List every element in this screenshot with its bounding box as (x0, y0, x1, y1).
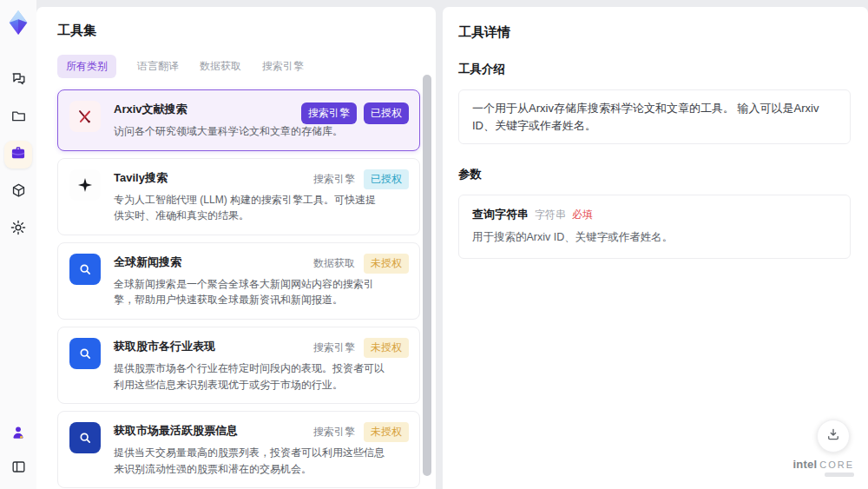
tab-language-translation[interactable]: 语言翻译 (137, 59, 179, 74)
sidebar-item-settings[interactable] (4, 215, 32, 243)
auth-status-badge: 未授权 (364, 422, 409, 442)
app-window: 工具集 所有类别 语言翻译 数据获取 搜索引擎 (0, 0, 868, 489)
magnifier-icon (69, 254, 101, 285)
category-badge: 数据获取 (313, 256, 355, 271)
arxiv-logo-icon (69, 101, 101, 132)
tool-desc: 提供股票市场各个行业在特定时间段内的表现。投资者可以利用这些信息来识别表现优于或… (114, 360, 385, 393)
category-badge: 搜索引擎 (313, 172, 355, 187)
cube-icon (10, 182, 27, 202)
detail-title: 工具详情 (458, 24, 851, 41)
icon-sidebar (0, 0, 36, 489)
tool-list-panel: 工具集 所有类别 语言翻译 数据获取 搜索引擎 (36, 7, 436, 489)
chat-icon (10, 70, 27, 90)
tool-desc: 全球新闻搜索是一个聚合全球各大新闻网站内容的搜索引擎，帮助用户快速获取全球最新资… (114, 276, 385, 308)
tab-data-acquisition[interactable]: 数据获取 (200, 59, 241, 74)
category-badge: 搜索引擎 (313, 340, 355, 355)
sidebar-nav (4, 66, 32, 243)
tool-desc: 访问各个研究领域大量科学论文和文章的存储库。 (114, 123, 385, 140)
param-type: 字符串 (535, 208, 566, 222)
auth-status-badge: 已授权 (364, 102, 409, 124)
category-badge: 搜索引擎 (313, 425, 355, 439)
tool-card-most-active-stocks[interactable]: 获取市场最活跃股票信息 提供当天交易量最高的股票列表，投资者可以利用这些信息来识… (57, 411, 420, 488)
param-name: 查询字符串 (472, 207, 529, 222)
tool-card-global-news[interactable]: 全球新闻搜索 全球新闻搜索是一个聚合全球各大新闻网站内容的搜索引擎，帮助用户快速… (57, 242, 420, 320)
magnifier-icon (69, 338, 101, 369)
download-icon (825, 426, 841, 446)
download-button[interactable] (817, 420, 850, 453)
intro-heading: 工具介绍 (458, 62, 851, 77)
avatar-icon (10, 424, 27, 445)
intel-core-logo: intel CORE (792, 459, 854, 477)
sidebar-item-files[interactable] (4, 103, 32, 131)
tool-card-sector-performance[interactable]: 获取股市各行业表现 提供股票市场各个行业在特定时间段内的表现。投资者可以利用这些… (57, 327, 420, 404)
list-scrollbar[interactable] (423, 75, 431, 476)
panel-toggle-icon (10, 459, 27, 479)
briefcase-icon (10, 144, 27, 165)
tavily-star-icon (69, 169, 101, 201)
tab-all-categories[interactable]: 所有类别 (57, 55, 116, 78)
gear-icon (10, 219, 27, 240)
panel-toggle-button[interactable] (4, 454, 32, 482)
auth-status-badge: 未授权 (364, 254, 409, 274)
auth-status-badge: 未授权 (364, 338, 409, 358)
user-avatar[interactable] (4, 420, 32, 448)
tool-detail-panel: 工具详情 工具介绍 一个用于从Arxiv存储库搜索科学论文和文章的工具。 输入可… (443, 7, 868, 489)
parameter-item: 查询字符串 字符串 必填 用于搜索的Arxiv ID、关键字或作者姓名。 (458, 195, 851, 259)
tool-desc: 专为人工智能代理 (LLM) 构建的搜索引擎工具。可快速提供实时、准确和真实的结… (114, 192, 385, 224)
tool-intro-text: 一个用于从Arxiv存储库搜索科学论文和文章的工具。 输入可以是Arxiv ID… (458, 89, 851, 144)
tab-search-engine[interactable]: 搜索引擎 (262, 59, 304, 74)
intel-sub-mark (825, 472, 854, 477)
tool-card-tavily[interactable]: Tavily搜索 专为人工智能代理 (LLM) 构建的搜索引擎工具。可快速提供实… (57, 158, 420, 235)
category-tabs: 所有类别 语言翻译 数据获取 搜索引擎 (57, 55, 436, 78)
sidebar-item-tools[interactable] (4, 141, 32, 169)
param-required-badge: 必填 (572, 208, 593, 222)
sidebar-item-packages[interactable] (4, 178, 32, 206)
tool-card-arxiv[interactable]: Arxiv文献搜索 访问各个研究领域大量科学论文和文章的存储库。 搜索引擎 已授… (57, 89, 420, 151)
param-desc: 用于搜索的Arxiv ID、关键字或作者姓名。 (472, 230, 837, 245)
sidebar-bottom (4, 420, 32, 482)
tool-desc: 提供当天交易量最高的股票列表，投资者可以利用这些信息来识别流动性强的股票和潜在的… (114, 445, 385, 477)
app-logo-icon (5, 9, 31, 36)
folder-icon (10, 108, 27, 128)
main-area: 工具集 所有类别 语言翻译 数据获取 搜索引擎 (36, 0, 868, 489)
tool-card-list: Arxiv文献搜索 访问各个研究领域大量科学论文和文章的存储库。 搜索引擎 已授… (57, 89, 420, 489)
magnifier-icon (69, 422, 101, 453)
params-heading: 参数 (458, 167, 851, 182)
auth-status-badge: 已授权 (364, 169, 409, 189)
sidebar-item-chat[interactable] (4, 66, 32, 94)
category-badge: 搜索引擎 (301, 102, 357, 124)
page-title: 工具集 (57, 23, 436, 39)
